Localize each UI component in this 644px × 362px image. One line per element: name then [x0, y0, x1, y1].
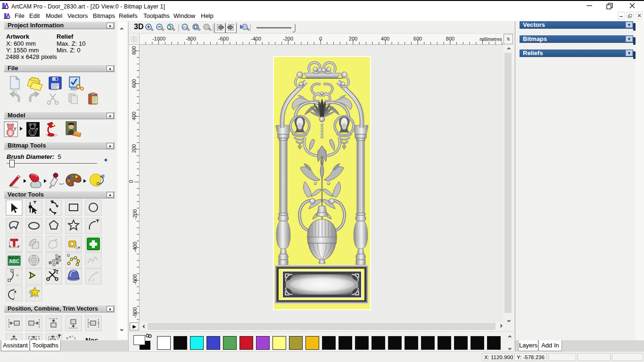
- svg-text:ABC: ABC: [9, 259, 19, 264]
- svg-text:c: c: [74, 336, 76, 340]
- svg-text:*: *: [72, 335, 73, 338]
- svg-text:T: T: [56, 270, 58, 275]
- svg-text:T: T: [14, 127, 17, 132]
- svg-text:a: a: [69, 335, 72, 338]
- svg-text:T: T: [36, 127, 38, 132]
- svg-text:1:1: 1:1: [183, 26, 187, 29]
- svg-text:a: a: [66, 336, 69, 340]
